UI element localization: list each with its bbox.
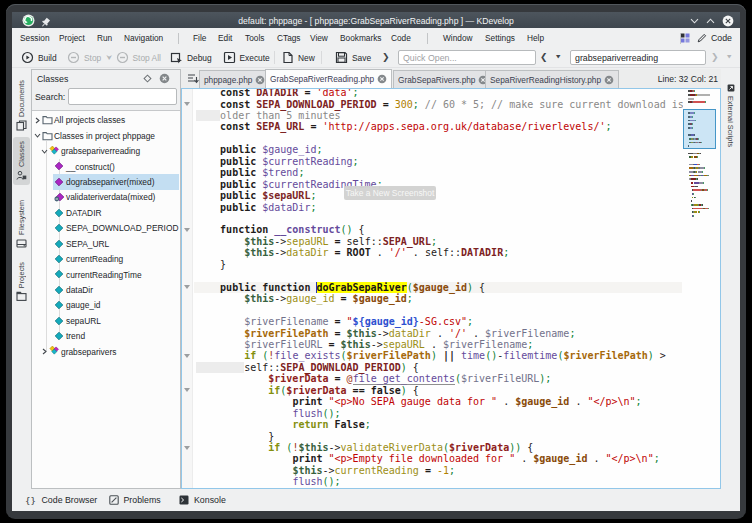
const-icon xyxy=(54,285,64,295)
editor-tab-separiverreadinghistory-php[interactable]: SepaRiverReadingHistory.php xyxy=(485,70,619,89)
menu-item-navigation[interactable]: Navigation xyxy=(124,33,163,43)
minimap-line xyxy=(693,193,694,195)
code-token: '/' xyxy=(449,328,467,339)
tree-item-sepa-url[interactable]: SEPA_URL xyxy=(32,236,179,251)
session-color-icon[interactable] xyxy=(680,33,690,43)
stop-button[interactable]: Stop⮟ xyxy=(67,51,112,64)
code-line: older than 5 minutes xyxy=(196,110,720,121)
close-button[interactable] xyxy=(722,15,734,27)
quick-open-input[interactable]: Quick Open... xyxy=(398,50,536,65)
statusbar-konsole[interactable]: Konsole xyxy=(179,489,226,512)
dock-tab-documents[interactable]: Documents xyxy=(13,76,30,135)
new-button[interactable]: New xyxy=(282,51,315,64)
code-token: return xyxy=(292,419,328,430)
tab-close-icon[interactable] xyxy=(377,74,387,84)
tree-item-all-projects-classes[interactable]: All projects classes xyxy=(32,113,179,128)
nav-dropdown-chevron[interactable]: ⯆ xyxy=(555,53,561,63)
collapse-arrow-icon[interactable] xyxy=(34,132,41,139)
menu-item-code[interactable]: Code xyxy=(391,33,411,43)
editor-tab-grabsepariverreading-php[interactable]: GrabSepaRiverReading.php xyxy=(265,69,392,89)
execute-icon xyxy=(223,51,236,64)
tree-item-datadir[interactable]: DATADIR xyxy=(32,205,179,220)
code-token: '/' xyxy=(389,247,407,258)
menu-item-bookmarks[interactable]: Bookmarks xyxy=(340,33,382,43)
identifier-search-input[interactable]: grabsepariverreading xyxy=(570,50,706,65)
tree-item--construct-[interactable]: __construct() xyxy=(32,159,179,174)
minimap-viewport[interactable] xyxy=(683,109,716,149)
search-next-chevron[interactable]: ❯ xyxy=(711,52,719,62)
status-bar: {}Code BrowserProblemsKonsole xyxy=(12,489,740,512)
code-token: file_get_contents xyxy=(353,373,455,385)
code-editor[interactable]: const DATADIR = 'data';const SEPA_DOWNLO… xyxy=(181,88,721,488)
toolbar-overflow-chevron[interactable]: ❯ xyxy=(382,52,390,62)
code-line: $this->gauge_id = $gauge_id; xyxy=(196,293,720,304)
dock-tab-projects[interactable]: Projects xyxy=(13,258,30,306)
tree-item-label: trend xyxy=(66,331,85,341)
code-token: { xyxy=(359,224,365,235)
code-area-button[interactable]: Code xyxy=(697,33,732,43)
minimize-button[interactable] xyxy=(690,18,699,24)
editor-tab-phppage-php[interactable]: phppage.php xyxy=(199,70,270,89)
toolbar: BuildStop⮟Stop AllDebugExecuteNewSave ❯ … xyxy=(12,48,740,68)
execute-button[interactable]: Execute xyxy=(223,51,270,64)
const-icon xyxy=(54,331,64,341)
titlebar[interactable]: default: phppage - [ phppage:GrabSepaRiv… xyxy=(12,12,740,28)
menu-item-run[interactable]: Run xyxy=(97,33,112,43)
maximize-button[interactable] xyxy=(706,18,715,24)
statusbar-code-browser[interactable]: {}Code Browser xyxy=(25,489,98,512)
search-dropdown-chevron[interactable]: ⯆ xyxy=(726,53,732,63)
expand-arrow-icon[interactable] xyxy=(34,117,41,124)
menu-item-edit[interactable]: Edit xyxy=(218,33,232,43)
tree-item-grabsepariverreading[interactable]: grabsepariverreading xyxy=(32,144,179,159)
code-token: || xyxy=(443,350,455,361)
menu-item-session[interactable]: Session xyxy=(20,33,50,43)
menu-item-window[interactable]: Window xyxy=(443,33,473,43)
tree-item-trend[interactable]: trend xyxy=(32,329,179,344)
tree-item-sepaurl[interactable]: sepaURL xyxy=(32,313,179,328)
menu-item-view[interactable]: View xyxy=(310,33,328,43)
stop-all-icon xyxy=(116,51,129,64)
tree-item-currentreading[interactable]: currentReading xyxy=(32,251,179,266)
panel-close-icon[interactable] xyxy=(159,73,170,84)
save-button[interactable]: Save xyxy=(335,51,371,64)
tree-item-datadir[interactable]: dataDir xyxy=(32,282,179,297)
editor-tab-grabseparivers-php[interactable]: GrabSepaRivers.php xyxy=(393,70,493,89)
code-line: $riverFileURL = $this->sepaURL . $riverF… xyxy=(196,339,720,350)
menu-item-tools[interactable]: Tools xyxy=(245,33,264,43)
dock-tab-classes[interactable]: Classes xyxy=(13,137,30,185)
code-token: $riverFilePath xyxy=(563,350,647,361)
collapse-arrow-icon[interactable] xyxy=(41,148,48,155)
statusbar-problems[interactable]: Problems xyxy=(109,489,161,512)
tree-item-classes-in-project-phppage[interactable]: Classes in project phppage xyxy=(32,128,179,143)
tree-item-label: sepaURL xyxy=(66,316,101,326)
code-token: if xyxy=(268,442,280,453)
classes-search-input[interactable] xyxy=(68,88,177,105)
tree-item-currentreadingtime[interactable]: currentReadingTime xyxy=(32,267,179,282)
dropdown-arrow-icon[interactable]: ⮟ xyxy=(106,54,112,62)
tree-item-validateriverdata-mixed-[interactable]: validateriverdata(mixed) xyxy=(32,190,179,205)
debug-button[interactable]: Debug xyxy=(170,51,212,64)
float-diamond-icon[interactable] xyxy=(143,74,152,83)
code-token: -> xyxy=(274,247,286,258)
menu-item-ctags[interactable]: CTags xyxy=(277,33,301,43)
nav-back-chevron[interactable]: ❮ xyxy=(540,52,548,62)
tab-close-icon[interactable] xyxy=(604,75,614,85)
tree-item-gauge-id[interactable]: gauge_id xyxy=(32,298,179,313)
expand-arrow-icon[interactable] xyxy=(41,348,48,355)
tree-item-sepa-download-period[interactable]: SEPA_DOWNLOAD_PERIOD xyxy=(32,221,179,236)
tab-list-icon[interactable] xyxy=(187,73,199,84)
dock-tab-filesystem[interactable]: Filesystem xyxy=(13,196,30,253)
build-button[interactable]: Build xyxy=(21,51,57,64)
code-token: $riverFilename xyxy=(244,316,328,327)
menu-item-project[interactable]: Project xyxy=(59,33,85,43)
menu-item-settings[interactable]: Settings xyxy=(485,33,515,43)
menu-item-file[interactable]: File xyxy=(193,33,206,43)
tab-close-icon[interactable] xyxy=(255,75,265,85)
code-token: ; xyxy=(310,202,316,213)
stop-all-button[interactable]: Stop All xyxy=(116,51,161,64)
minimap-scrollbar[interactable] xyxy=(683,89,717,487)
tree-item-grabseparivers[interactable]: grabseparivers xyxy=(32,344,179,359)
menu-item-help[interactable]: Help xyxy=(527,33,544,43)
dock-tab-external-scripts[interactable]: External Scripts xyxy=(722,84,739,147)
tree-item-dograbsepariver-mixed-[interactable]: dograbsepariver(mixed) xyxy=(53,174,179,189)
